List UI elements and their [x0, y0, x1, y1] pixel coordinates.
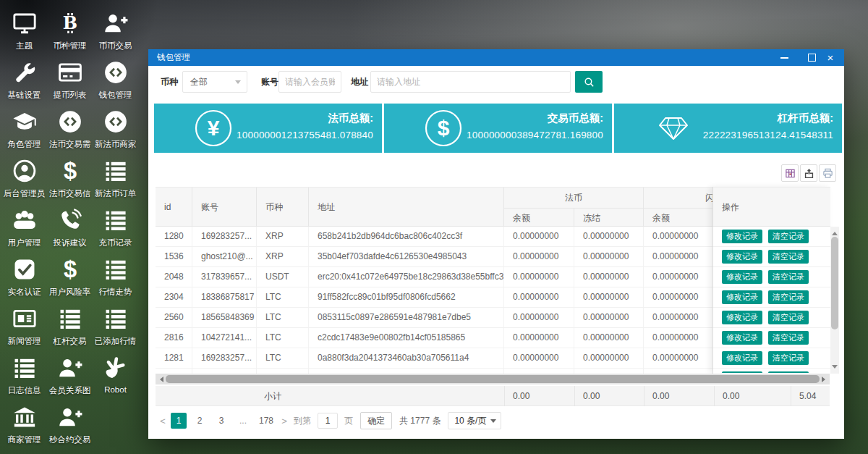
account-filter-label: 账号	[261, 71, 278, 93]
clear-record-button[interactable]: 清空记录	[768, 371, 809, 373]
desktop-icon-10[interactable]: $法币交易信	[47, 156, 93, 206]
account-input[interactable]	[278, 71, 341, 93]
desktop-icon-21[interactable]: 日志信息	[1, 353, 47, 403]
desktop-icon-0[interactable]: 主题	[1, 9, 47, 58]
filter-columns-button[interactable]	[781, 164, 799, 182]
desktop-icon-8[interactable]: 新法币商家	[93, 107, 138, 156]
fiat-total-card: ¥ 法币总额: 100000001213755481.078840	[154, 104, 382, 153]
desktop-icon-label: 充币记录	[93, 237, 138, 248]
desktop-icon-25[interactable]: 秒合约交易	[47, 403, 93, 452]
clear-record-button[interactable]: 清空记录	[768, 250, 809, 264]
desktop-icon-3[interactable]: 基础设置	[1, 58, 47, 107]
list-icon	[1, 353, 47, 384]
desktop-icon-16[interactable]: $用户风险率	[47, 255, 93, 304]
window-titlebar: 钱包管理 ×	[148, 49, 844, 66]
vertical-scrollbar[interactable]	[830, 227, 839, 374]
subtotal-value: 0.00	[652, 386, 669, 406]
desktop-icon-23[interactable]: Robot	[93, 353, 138, 403]
cell-id: 2048	[156, 267, 192, 287]
desktop-icon-20[interactable]: 已添加行情	[93, 304, 138, 353]
cell-account: ghost210@...	[192, 369, 257, 374]
cell-account: 18565848369	[192, 308, 257, 327]
page-button-178[interactable]: 178	[256, 413, 276, 429]
clear-record-button[interactable]: 清空记录	[768, 270, 809, 284]
modify-record-button[interactable]: 修改记录	[722, 351, 762, 365]
modify-record-button[interactable]: 修改记录	[722, 270, 762, 284]
desktop-icon-11[interactable]: 新法币订单	[93, 156, 138, 206]
confirm-button[interactable]: 确定	[360, 412, 392, 429]
page-button-1[interactable]: 1	[171, 413, 187, 429]
export-button[interactable]	[800, 164, 817, 182]
scroll-down-icon[interactable]	[832, 365, 838, 371]
minimize-button[interactable]	[775, 49, 793, 66]
cell-address: erc20:0x41c072e64975be18c29863d38e55bffc…	[309, 267, 504, 287]
address-input[interactable]	[370, 71, 571, 93]
cell-address: 0853115c0897e286591e487981e7dbe5	[309, 308, 504, 327]
svg-text:$: $	[63, 159, 76, 183]
modify-record-button[interactable]: 修改记录	[722, 250, 762, 264]
desktop-icon-14[interactable]: 充币记录	[93, 206, 138, 255]
modify-record-button[interactable]: 修改记录	[722, 311, 762, 324]
prev-page-button[interactable]: <	[157, 416, 169, 426]
desktop-icon-1[interactable]: B币种管理	[47, 9, 93, 58]
page-items: 123...178	[169, 413, 278, 429]
check-square-icon	[1, 255, 47, 286]
desktop-icon-22[interactable]: 会员关系图	[47, 353, 93, 403]
address-filter-label: 地址	[351, 71, 368, 93]
clear-record-button[interactable]: 清空记录	[768, 351, 809, 365]
desktop-icon-18[interactable]: 新闻管理	[1, 304, 47, 353]
modify-record-button[interactable]: 修改记录	[722, 331, 762, 345]
desktop-icon-6[interactable]: 角色管理	[1, 107, 47, 156]
jump-page-input[interactable]	[318, 413, 338, 429]
horizontal-scrollbar-thumb[interactable]	[166, 375, 820, 383]
next-page-button[interactable]: >	[278, 416, 290, 426]
desktop-icon-label: 后台管理员	[1, 188, 47, 199]
desktop-icon-24[interactable]: 商家管理	[1, 403, 47, 452]
scroll-up-icon[interactable]	[832, 229, 838, 235]
desktop-icon-13[interactable]: 投诉建议	[47, 206, 93, 255]
modify-record-button[interactable]: 修改记录	[722, 230, 762, 243]
cell-address: c2cdc17483e9e00802fb14cf05185865	[309, 328, 504, 348]
page-button-2[interactable]: 2	[191, 413, 208, 429]
operations-fixed-column: 操作 修改记录清空记录修改记录清空记录修改记录清空记录修改记录清空记录修改记录清…	[712, 187, 830, 374]
desktop-icon-4[interactable]: 提币列表	[47, 58, 93, 107]
scroll-left-icon[interactable]	[157, 377, 163, 382]
page-size-select[interactable]: 10 条/页	[448, 412, 501, 429]
pagination: < 123...178 > 到第 页 确定 共 1777 条 10 条/页	[157, 411, 501, 430]
trade-total-card: $ 交易币总额: 100000000389472781.169800	[384, 104, 612, 153]
modify-record-button[interactable]: 修改记录	[722, 290, 762, 304]
page-button-3[interactable]: 3	[213, 413, 230, 429]
card-title: 交易币总额:	[467, 112, 603, 125]
maximize-button[interactable]	[802, 49, 821, 66]
scroll-right-icon[interactable]	[822, 377, 828, 382]
cell-fiat-balance: 0.00000000	[504, 227, 574, 246]
desktop-icon-15[interactable]: 实名认证	[1, 255, 47, 304]
print-button[interactable]	[819, 164, 836, 182]
clear-record-button[interactable]: 清空记录	[768, 230, 809, 243]
desktop-icon-12[interactable]: 用户管理	[1, 206, 47, 255]
desktop-icon-label: 新闻管理	[1, 336, 47, 347]
clear-record-button[interactable]: 清空记录	[768, 311, 809, 324]
clear-record-button[interactable]: 清空记录	[768, 290, 809, 304]
vertical-scrollbar-thumb[interactable]	[831, 237, 838, 329]
cell-fiat-frozen: 0.00000000	[574, 369, 644, 374]
modify-record-button[interactable]: 修改记录	[722, 371, 762, 373]
cell-account: 18386875817	[192, 287, 257, 307]
search-button[interactable]	[575, 71, 603, 93]
cell-fiat-frozen: 0.00000000	[574, 227, 644, 246]
desktop-icon-7[interactable]: 法币交易需	[47, 107, 93, 156]
cell-id: 1537	[156, 369, 192, 374]
cell-id: 2816	[156, 328, 192, 348]
coin-select[interactable]: 全部	[182, 71, 247, 93]
desktop-icon-2[interactable]: 币币交易	[93, 9, 138, 58]
desktop-icon-9[interactable]: 后台管理员	[1, 156, 47, 206]
swap-circle-icon	[93, 58, 138, 89]
desktop-icon-17[interactable]: 行情走势	[93, 255, 138, 304]
user-plus-icon	[47, 353, 93, 384]
desktop-icon-5[interactable]: 钱包管理	[93, 58, 138, 107]
horizontal-scrollbar[interactable]	[156, 374, 830, 384]
desktop-icon-19[interactable]: 杠杆交易	[47, 304, 93, 353]
close-button[interactable]: ×	[821, 49, 840, 66]
operations-row: 修改记录清空记录	[713, 267, 830, 287]
clear-record-button[interactable]: 清空记录	[768, 331, 809, 345]
